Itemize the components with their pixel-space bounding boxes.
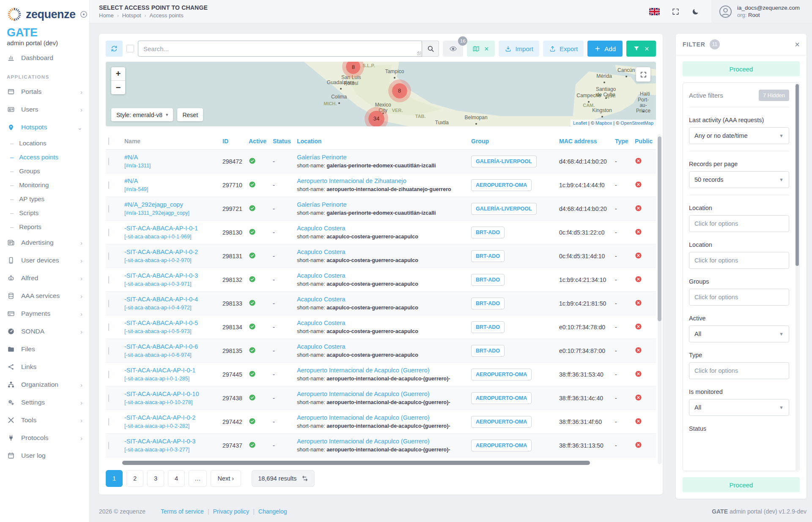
location-link[interactable]: Acapulco Costera: [297, 225, 466, 232]
column-header-type[interactable]: Type: [612, 133, 632, 150]
header-checkbox[interactable]: [108, 137, 109, 145]
sidebar-item-locations[interactable]: –Locations: [0, 136, 89, 150]
map-reset-button[interactable]: Reset: [177, 108, 203, 121]
sidebar-item-links[interactable]: Links: [0, 358, 89, 376]
sidebar-toggle-icon[interactable]: [80, 10, 88, 19]
sidebar-item-groups[interactable]: –Groups: [0, 164, 89, 178]
location-link[interactable]: Acapulco Costera: [297, 272, 466, 279]
group-badge[interactable]: BRT-ADO: [471, 250, 505, 262]
page-button-2[interactable]: 2: [126, 470, 143, 487]
row-checkbox[interactable]: [108, 300, 109, 307]
row-checkbox[interactable]: [108, 442, 109, 449]
sidebar-item-user-log[interactable]: User log: [0, 447, 89, 465]
ap-name-sub[interactable]: [#n/a-549]: [124, 186, 217, 192]
column-header-status[interactable]: Status: [270, 133, 294, 150]
filter-select-last-activity-aaa-requests[interactable]: Any or no date/time▼: [689, 127, 789, 144]
ap-name-sub[interactable]: [#n/a-1311_292ejagp_copy]: [124, 210, 217, 216]
filter-picker-location[interactable]: Click for options: [689, 215, 789, 232]
column-header-name[interactable]: Name: [122, 133, 220, 150]
group-badge[interactable]: BRT-ADO: [471, 274, 505, 286]
ap-name-sub[interactable]: [-sit-aca-aiaca-ap-i-0-2-282]: [124, 423, 217, 429]
ap-name-link[interactable]: -SIT-ACA-ABACA-AP-I-0-5: [124, 320, 217, 327]
sidebar-item-ap-types[interactable]: –AP types: [0, 192, 89, 206]
group-badge[interactable]: GALERÍA-LIVERPOOL: [471, 156, 537, 167]
sidebar-item-protocols[interactable]: Protocols›: [0, 429, 89, 447]
vertical-scrollbar[interactable]: [658, 134, 661, 464]
footer-link-terms-of-service[interactable]: Terms of service: [161, 508, 204, 515]
row-checkbox[interactable]: [108, 418, 109, 426]
ap-name-sub[interactable]: [-sit-aca-aiaca-ap-i-0-10-278]: [124, 399, 217, 405]
horizontal-scrollbar[interactable]: [106, 461, 656, 465]
sidebar-item-organization[interactable]: Organization›: [0, 376, 89, 394]
row-checkbox[interactable]: [108, 323, 109, 331]
breadcrumb-home[interactable]: Home: [99, 12, 114, 19]
group-badge[interactable]: AEROPUERTO-OMA: [471, 440, 532, 451]
sidebar-item-payments[interactable]: Payments›: [0, 305, 89, 322]
ap-name-sub[interactable]: [-sit-aca-abaca-ap-i-0-1-969]: [124, 234, 217, 240]
column-header-public[interactable]: Public: [632, 133, 656, 150]
column-header-location[interactable]: Location: [294, 133, 469, 150]
group-badge[interactable]: GALERÍA-LIVERPOOL: [471, 203, 537, 215]
group-badge[interactable]: AEROPUERTO-OMA: [471, 416, 532, 428]
sidebar-item-settings[interactable]: Settings›: [0, 394, 89, 411]
refresh-button[interactable]: [106, 41, 123, 57]
sidebar-item-alfred[interactable]: Alfred›: [0, 269, 89, 287]
row-checkbox[interactable]: [108, 347, 109, 355]
row-checkbox[interactable]: [108, 371, 109, 378]
ap-name-sub[interactable]: [-sit-aca-abaca-ap-i-0-2-970]: [124, 257, 217, 263]
sidebar-item-tools[interactable]: Tools›: [0, 411, 89, 429]
location-link[interactable]: Aeropuerto Internacional de Acapulco (Gu…: [297, 414, 466, 421]
swap-icon[interactable]: [302, 475, 308, 482]
map-toggle-button[interactable]: [467, 41, 495, 57]
page-button-4[interactable]: 4: [168, 470, 185, 487]
map-attribution-link[interactable]: Mapbox: [595, 120, 612, 126]
ap-name-sub[interactable]: [-sit-aca-abaca-ap-i-0-5-973]: [124, 328, 217, 334]
sidebar-item-sonda[interactable]: SONDA›: [0, 322, 89, 340]
column-header-active[interactable]: Active: [246, 133, 270, 150]
page-button-3[interactable]: 3: [147, 470, 164, 487]
group-badge[interactable]: AEROPUERTO-OMA: [471, 179, 532, 191]
select-all-checkbox[interactable]: [126, 45, 134, 52]
filter-scrollbar-thumb[interactable]: [796, 84, 799, 266]
filter-select-is-monitored[interactable]: All▼: [689, 399, 789, 416]
ap-name-sub[interactable]: [-sit-aca-abaca-ap-i-0-3-971]: [124, 281, 217, 287]
page-button-1[interactable]: 1: [106, 470, 123, 487]
ap-name-link[interactable]: -SIT-ACA-ABACA-AP-I-0-2: [124, 249, 217, 256]
sidebar-item-scripts[interactable]: –Scripts: [0, 206, 89, 220]
location-link[interactable]: Galerías Perinorte: [297, 154, 466, 161]
footer-link-changelog[interactable]: Changelog: [258, 508, 287, 515]
filter-close-icon[interactable]: ×: [795, 40, 800, 49]
filter-clear-button[interactable]: [626, 41, 656, 57]
next-page-button[interactable]: Next ›: [211, 470, 241, 487]
add-button[interactable]: Add: [587, 41, 623, 57]
ap-name-link[interactable]: #N/A: [124, 154, 217, 161]
map-cluster[interactable]: 34: [368, 111, 384, 126]
export-button[interactable]: Export: [543, 41, 584, 57]
map[interactable]: S.L.P.TampicoSan Luis PotosíGuadalajaraC…: [106, 62, 656, 126]
sidebar-item-access-points[interactable]: –Access points: [0, 150, 89, 164]
group-badge[interactable]: AEROPUERTO-OMA: [471, 369, 532, 380]
user-menu[interactable]: ia_docs@zequenze.com org: Root: [711, 0, 812, 23]
ap-name-sub[interactable]: [-sit-aca-aiaca-ap-i-0-3-277]: [124, 447, 217, 453]
ap-name-link[interactable]: -SIT-ACA-ABACA-AP-I-0-3: [124, 272, 217, 279]
map-attribution-link[interactable]: OpenStreetMap: [620, 120, 653, 126]
group-badge[interactable]: AEROPUERTO-OMA: [471, 392, 532, 404]
location-link[interactable]: Galerías Perinorte: [297, 201, 466, 208]
sidebar-item-users[interactable]: Users›: [0, 101, 89, 118]
ap-name-link[interactable]: -SIT-ACA-ABACA-AP-I-0-1: [124, 225, 217, 232]
ap-name-link[interactable]: #N/A: [124, 178, 217, 185]
row-checkbox[interactable]: [108, 252, 109, 260]
ap-name-link[interactable]: #N/A_292ejagp_copy: [124, 201, 217, 208]
ap-name-sub[interactable]: [-sit-aca-abaca-ap-i-0-6-974]: [124, 352, 217, 358]
breadcrumb-access-points[interactable]: Access points: [150, 12, 184, 19]
filter-select-records-per-page[interactable]: 50 records▼: [689, 171, 789, 188]
location-link[interactable]: Acapulco Costera: [297, 343, 466, 350]
location-link[interactable]: Aeropuerto Internacional de Acapulco (Gu…: [297, 367, 466, 374]
sidebar-item-reports[interactable]: –Reports: [0, 220, 89, 234]
ap-name-link[interactable]: -SIT-ACA-AIACA-AP-I-0-3: [124, 438, 217, 445]
row-checkbox[interactable]: [108, 205, 109, 213]
zoom-out-button[interactable]: −: [111, 81, 125, 94]
sidebar-item-portals[interactable]: Portals›: [0, 83, 89, 101]
sidebar-item-user-devices[interactable]: User devices›: [0, 251, 89, 269]
ap-name-sub[interactable]: [-sit-aca-abaca-ap-i-0-4-972]: [124, 305, 217, 311]
